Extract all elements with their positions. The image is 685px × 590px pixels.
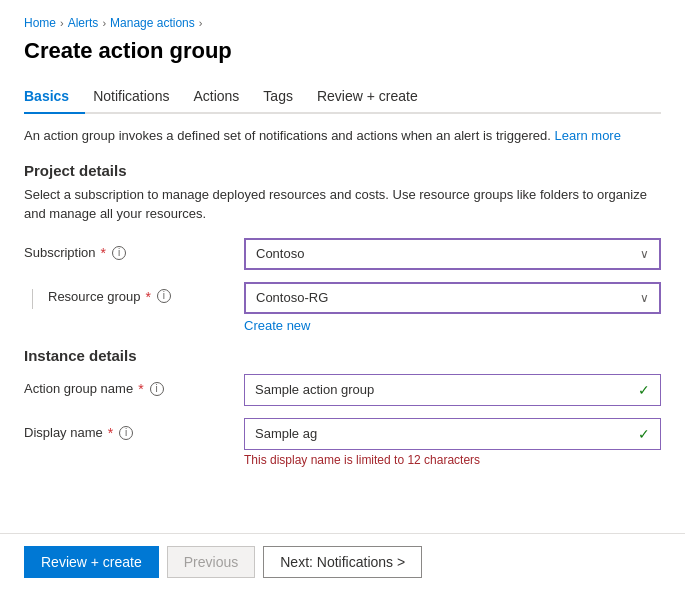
info-banner-text: An action group invokes a defined set of… — [24, 128, 551, 143]
display-name-input-group: Sample ag ✓ This display name is limited… — [244, 418, 661, 467]
display-name-required: * — [108, 425, 113, 441]
breadcrumb-sep-1: › — [60, 17, 64, 29]
page-title: Create action group — [24, 38, 661, 64]
display-name-field: Display name * i Sample ag ✓ This displa… — [24, 418, 661, 467]
create-new-link[interactable]: Create new — [244, 318, 310, 333]
resource-group-value: Contoso-RG — [256, 290, 328, 305]
resource-group-required: * — [146, 289, 151, 305]
review-create-button[interactable]: Review + create — [24, 546, 159, 578]
action-group-name-required: * — [138, 381, 143, 397]
main-content: Home › Alerts › Manage actions › Create … — [0, 0, 685, 533]
display-name-input[interactable]: Sample ag ✓ — [244, 418, 661, 450]
resource-group-chevron-icon: ∨ — [640, 291, 649, 305]
tab-tags[interactable]: Tags — [263, 80, 309, 114]
action-group-name-check-icon: ✓ — [638, 382, 650, 398]
subscription-dropdown[interactable]: Contoso ∨ — [244, 238, 661, 270]
footer: Review + create Previous Next: Notificat… — [0, 533, 685, 590]
display-name-value: Sample ag — [255, 426, 317, 441]
learn-more-link[interactable]: Learn more — [554, 128, 620, 143]
subscription-label: Subscription — [24, 245, 96, 260]
breadcrumb-sep-3: › — [199, 17, 203, 29]
tabs-container: Basics Notifications Actions Tags Review… — [24, 80, 661, 114]
action-group-name-label-group: Action group name * i — [24, 374, 244, 397]
display-name-label: Display name — [24, 425, 103, 440]
action-group-name-input[interactable]: Sample action group ✓ — [244, 374, 661, 406]
subscription-info-icon[interactable]: i — [112, 246, 126, 260]
breadcrumb-sep-2: › — [102, 17, 106, 29]
subscription-label-group: Subscription * i — [24, 238, 244, 261]
subscription-value: Contoso — [256, 246, 304, 261]
subscription-input-group: Contoso ∨ — [244, 238, 661, 270]
resource-group-input-group: Contoso-RG ∨ Create new — [244, 282, 661, 333]
tab-actions[interactable]: Actions — [193, 80, 255, 114]
resource-group-label-group: Resource group * i — [24, 282, 244, 309]
breadcrumb-alerts[interactable]: Alerts — [68, 16, 99, 30]
display-name-info-icon[interactable]: i — [119, 426, 133, 440]
action-group-name-input-group: Sample action group ✓ — [244, 374, 661, 406]
project-details-heading: Project details — [24, 162, 661, 179]
next-notifications-button[interactable]: Next: Notifications > — [263, 546, 422, 578]
subscription-field: Subscription * i Contoso ∨ — [24, 238, 661, 270]
previous-button[interactable]: Previous — [167, 546, 255, 578]
action-group-name-field: Action group name * i Sample action grou… — [24, 374, 661, 406]
resource-group-dropdown[interactable]: Contoso-RG ∨ — [244, 282, 661, 314]
page-wrapper: Home › Alerts › Manage actions › Create … — [0, 0, 685, 590]
display-name-hint: This display name is limited to 12 chara… — [244, 453, 661, 467]
subscription-required: * — [101, 245, 106, 261]
action-group-name-info-icon[interactable]: i — [150, 382, 164, 396]
breadcrumb-manage-actions[interactable]: Manage actions — [110, 16, 195, 30]
instance-details-section: Instance details Action group name * i S… — [24, 347, 661, 467]
info-banner: An action group invokes a defined set of… — [24, 126, 661, 146]
resource-group-label: Resource group — [48, 289, 141, 304]
tab-basics[interactable]: Basics — [24, 80, 85, 114]
instance-details-heading: Instance details — [24, 347, 661, 364]
action-group-name-value: Sample action group — [255, 382, 374, 397]
breadcrumb: Home › Alerts › Manage actions › — [24, 16, 661, 30]
project-details-section: Project details Select a subscription to… — [24, 162, 661, 333]
action-group-name-label: Action group name — [24, 381, 133, 396]
tab-review-create[interactable]: Review + create — [317, 80, 434, 114]
display-name-check-icon: ✓ — [638, 426, 650, 442]
tab-notifications[interactable]: Notifications — [93, 80, 185, 114]
project-details-desc: Select a subscription to manage deployed… — [24, 185, 661, 224]
display-name-label-group: Display name * i — [24, 418, 244, 441]
breadcrumb-home[interactable]: Home — [24, 16, 56, 30]
subscription-chevron-icon: ∨ — [640, 247, 649, 261]
resource-group-field: Resource group * i Contoso-RG ∨ Create n… — [24, 282, 661, 333]
resource-group-info-icon[interactable]: i — [157, 289, 171, 303]
